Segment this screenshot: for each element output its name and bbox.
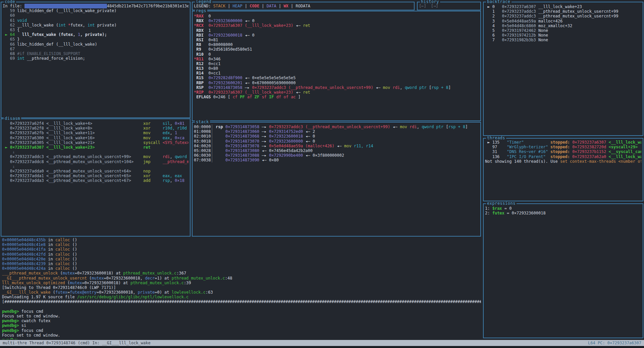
text-segment: 0×729314873070 <box>225 139 259 144</box>
text-segment: () <box>70 247 77 252</box>
text-segment: df <box>276 95 284 99</box>
text-segment: │ <box>211 134 213 139</box>
terminal-console[interactable]: 0×00005e04d48c435b in calloc ()0×00005e0… <box>2 238 481 339</box>
text-segment <box>204 85 208 90</box>
text-segment: 07:0038 <box>194 158 211 162</box>
text-segment: of <box>283 95 291 99</box>
text-segment: 0×72931982b3b3 <box>502 38 536 42</box>
text-segment: mov <box>143 131 151 135</box>
text-segment <box>204 76 208 80</box>
text-segment: 0×7293237addc8 <__pthread_mutex_unlock_u… <box>3 159 143 164</box>
text-segment: "DNS Res~ver #16" <box>507 149 548 154</box>
text-segment: lowlevellock.c <box>172 290 206 295</box>
text-line: 61 void <box>3 18 189 23</box>
text-segment: ◂— 0 <box>243 33 255 38</box>
text-segment: <SYS_futex> <box>163 140 189 145</box>
text-segment <box>213 125 216 129</box>
text-segment: pwndbg> <box>2 338 19 339</box>
text-segment: R12 <box>196 61 204 66</box>
text-segment: ret <box>303 90 310 95</box>
text-segment: 59 <box>3 8 17 13</box>
text-segment: 0×72931974212b <box>502 33 536 38</box>
text-line: __GI___pthread_mutex_unlock_usercnt (mut… <box>2 276 481 281</box>
text-line: pwndbg> focus cmd <box>2 328 481 333</box>
text-line: 63 { <box>3 28 189 32</box>
text-segment: , <box>170 131 175 135</box>
text-segment: <__lll_lock_wak <box>609 140 641 145</box>
text-line: 2: futex = 0×729323600018 <box>485 211 641 215</box>
text-segment: 0×7293237addc3 <box>502 14 536 18</box>
text-segment: 6 <box>485 33 502 38</box>
text-segment: rdi <box>410 125 417 129</box>
text-segment: () <box>70 242 77 247</box>
text-segment: —▸ <box>259 125 269 129</box>
text-segment: , <box>170 178 175 183</box>
history-back-button[interactable]: [←] <box>419 4 426 8</box>
text-segment: :39 <box>184 281 191 285</box>
text-segment: 0×18 <box>175 178 184 183</box>
text-segment: pwndbg> <box>2 318 19 323</box>
text-segment: ___pthread_mutex_unlock <box>2 271 58 276</box>
text-segment: 0×00005e04d48c41fa <box>2 247 46 252</box>
text-line: 0×7293237a6300 <__lll_lock_wake+16> mov … <box>3 136 189 140</box>
history-forward-button[interactable]: [→] <box>431 4 438 8</box>
text-line: 6 0×72931974212b None <box>485 33 641 38</box>
text-segment: 0×7293237a6305 <__lll_lock_wake+21> <box>3 140 143 145</box>
text-segment <box>213 158 225 162</box>
text-segment: r11, r14 <box>354 144 373 148</box>
text-line: 05:0028│ 0×729314873080 ◂— 0×7456e45da42… <box>194 148 479 153</box>
text-segment: PF <box>240 95 247 99</box>
text-segment: [#######################################… <box>2 299 481 304</box>
text-segment: , <box>170 121 175 126</box>
text-segment: CODE <box>250 4 259 8</box>
text-segment: 0×7293237addc3 <box>502 9 536 14</box>
text-segment: 0×729314873068 <box>225 134 259 139</box>
text-segment: int <box>88 23 95 28</box>
text-segment: 67 <box>3 47 17 51</box>
text-segment: lll_mutex_unlock_optimized <box>2 281 65 285</box>
text-segment: mutex <box>70 281 82 285</box>
text-segment: 61 <box>3 18 17 23</box>
text-segment <box>213 144 225 148</box>
text-segment: 0×00005e04d48c420e <box>2 257 46 261</box>
text-segment: 02:0010 <box>194 134 211 139</box>
text-segment: "Timer" <box>507 140 524 145</box>
text-segment: 97 <box>485 145 507 149</box>
text-segment: 0×729314873078 <box>225 144 259 148</box>
text-segment: 0×729282d8f900 <box>208 76 242 80</box>
text-segment: 5 <box>485 28 502 33</box>
text-segment: mov <box>400 125 407 129</box>
text-segment: 0×2d561850ed580e51 <box>201 47 252 52</box>
text-segment: <__syscall_cance <box>609 149 641 154</box>
text-segment: ret <box>303 23 310 28</box>
text-segment: —▸ <box>259 153 269 158</box>
text-line: ► 64 lll_futex_wake (futex, 1, private); <box>3 32 189 37</box>
text-segment: 0×246 [ <box>211 95 233 99</box>
text-segment: RODATA <box>296 4 310 8</box>
text-segment: —▸ <box>259 134 269 139</box>
text-line: pwndbg> cwatch futex <box>2 318 481 323</box>
text-segment <box>24 4 107 8</box>
text-segment: stopped: <box>550 145 570 149</box>
text-segment: :63 <box>206 290 213 295</box>
text-segment: void <box>17 18 27 23</box>
disassembly-view: 0×7293237a62f4 <__lll_lock_wake+4> xor s… <box>1 119 190 236</box>
text-segment: 1 <box>485 9 502 14</box>
text-segment <box>213 153 225 158</box>
text-line: 0×7293237adda3 <__pthread_mutex_unlock_u… <box>3 178 189 183</box>
text-segment: R15 <box>196 76 204 80</box>
text-segment: │ <box>211 153 213 158</box>
text-segment: 4845db211e7b42c7176f9be21b8301e13e <box>107 4 189 8</box>
text-line: 2 0×7293237addc3 __pthread_mutex_unlock_… <box>485 14 641 18</box>
text-segment <box>182 173 189 178</box>
text-segment: qword ptr <box>422 125 443 129</box>
text-segment: () <box>70 257 77 261</box>
text-segment: r10d, r10d <box>163 126 187 131</box>
text-segment: 0×729314873088 <box>225 153 259 158</box>
text-segment <box>151 178 163 183</box>
text-segment: [ <box>443 125 448 129</box>
text-segment <box>606 145 608 149</box>
text-segment: | <box>243 4 250 8</box>
stack-view: 00:0000│ rsp 0×729314873058 —▸ 0×7293237… <box>193 122 480 236</box>
text-segment: __pthread_force_elision; <box>24 56 85 61</box>
